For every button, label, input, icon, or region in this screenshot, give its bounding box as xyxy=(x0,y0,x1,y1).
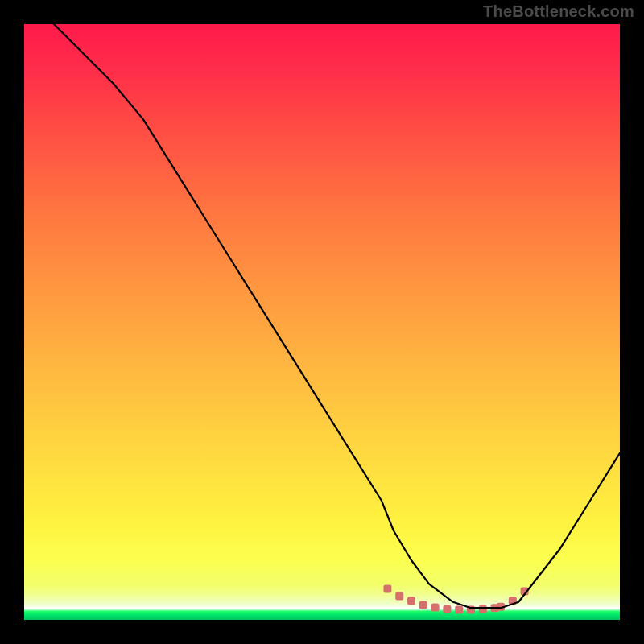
chart-frame: TheBottleneck.com xyxy=(0,0,644,644)
optimal-zone-markers xyxy=(383,585,528,614)
watermark-text: TheBottleneck.com xyxy=(483,2,634,21)
plot-area xyxy=(24,24,620,620)
chart-svg xyxy=(24,24,620,620)
optimal-marker xyxy=(395,592,403,600)
optimal-marker xyxy=(443,605,451,613)
optimal-marker xyxy=(431,604,440,612)
bottleneck-curve xyxy=(54,24,620,608)
optimal-marker xyxy=(479,605,487,613)
optimal-marker xyxy=(383,585,391,593)
optimal-marker xyxy=(419,601,427,609)
optimal-marker xyxy=(407,597,415,605)
optimal-marker xyxy=(455,605,463,613)
